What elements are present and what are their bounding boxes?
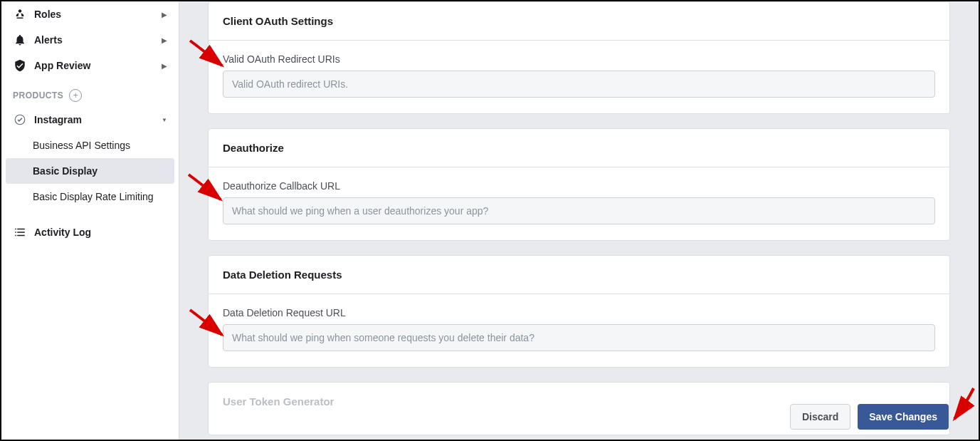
field-label-deauth-callback: Deauthorize Callback URL xyxy=(223,180,935,192)
save-changes-button[interactable]: Save Changes xyxy=(858,404,949,430)
chevron-right-icon: ▶ xyxy=(162,62,167,70)
sidebar-item-roles[interactable]: Roles ▶ xyxy=(1,1,179,27)
roles-icon xyxy=(13,7,27,21)
card-header-oauth: Client OAuth Settings xyxy=(209,2,949,41)
sidebar-label-roles: Roles xyxy=(34,9,162,20)
main-content: Client OAuth Settings Valid OAuth Redire… xyxy=(179,1,979,440)
add-product-icon[interactable]: + xyxy=(69,89,82,102)
sidebar-item-app-review[interactable]: App Review ▶ xyxy=(1,53,179,78)
chevron-right-icon: ▶ xyxy=(162,36,167,44)
card-header-deauth: Deauthorize xyxy=(209,129,949,167)
card-oauth-settings: Client OAuth Settings Valid OAuth Redire… xyxy=(208,1,950,114)
bell-icon xyxy=(13,33,27,47)
discard-button[interactable]: Discard xyxy=(790,404,850,430)
oauth-redirect-input[interactable] xyxy=(223,71,935,98)
sidebar-item-activity-log[interactable]: Activity Log xyxy=(1,219,179,245)
field-label-oauth-redirect: Valid OAuth Redirect URIs xyxy=(223,53,935,65)
card-deauthorize: Deauthorize Deauthorize Callback URL xyxy=(208,128,950,241)
sidebar-label-alerts: Alerts xyxy=(34,34,162,46)
sidebar-label-instagram: Instagram xyxy=(34,114,162,125)
sidebar-item-rate-limiting[interactable]: Basic Display Rate Limiting xyxy=(1,184,179,209)
sidebar-item-basic-display[interactable]: Basic Display xyxy=(6,158,174,184)
field-label-deletion-url: Data Deletion Request URL xyxy=(223,307,935,318)
sidebar-label-business-api: Business API Settings xyxy=(33,140,167,151)
sidebar-item-alerts[interactable]: Alerts ▶ xyxy=(1,27,179,53)
sidebar-label-activity-log: Activity Log xyxy=(34,227,167,238)
deletion-url-input[interactable] xyxy=(223,324,935,351)
sidebar-label-app-review: App Review xyxy=(34,60,162,71)
list-icon xyxy=(13,225,27,239)
sidebar-products-header: PRODUCTS + xyxy=(1,78,179,107)
check-circle-icon xyxy=(13,113,27,127)
card-header-deletion: Data Deletion Requests xyxy=(209,256,949,294)
sidebar-item-instagram[interactable]: Instagram ▼ xyxy=(1,107,179,133)
card-data-deletion: Data Deletion Requests Data Deletion Req… xyxy=(208,255,950,368)
deauth-callback-input[interactable] xyxy=(223,197,935,224)
products-label: PRODUCTS xyxy=(13,90,63,100)
sidebar-label-rate-limiting: Basic Display Rate Limiting xyxy=(33,191,167,202)
sidebar: Roles ▶ Alerts ▶ App Review ▶ PRODUCTS + xyxy=(1,1,179,440)
chevron-right-icon: ▶ xyxy=(162,11,167,19)
shield-check-icon xyxy=(13,58,27,73)
caret-down-icon: ▼ xyxy=(162,117,167,123)
footer-bar: Discard Save Changes xyxy=(181,395,977,438)
sidebar-item-business-api[interactable]: Business API Settings xyxy=(1,133,179,158)
sidebar-label-basic-display: Basic Display xyxy=(33,165,163,177)
